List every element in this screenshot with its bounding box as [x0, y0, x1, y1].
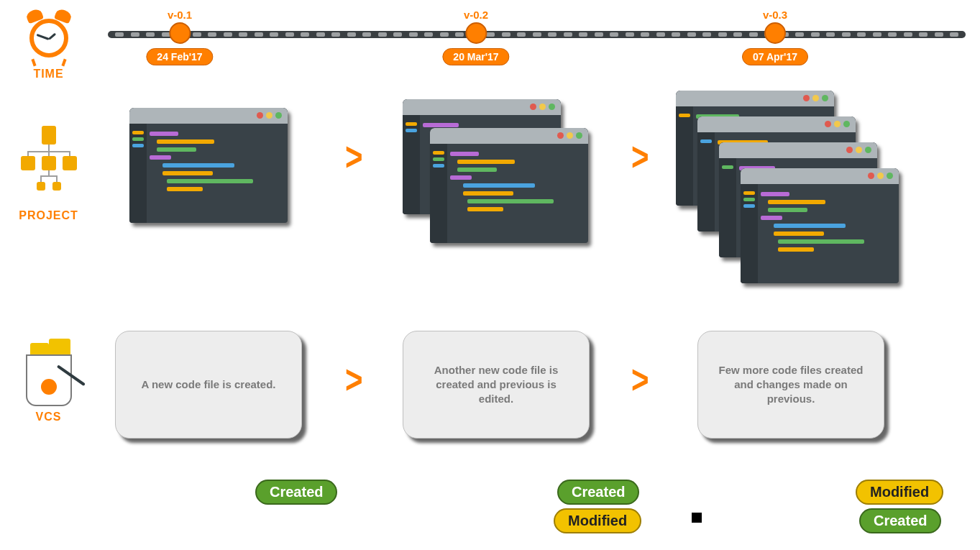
version-node-2: v-0.3 07 Apr'17 — [742, 9, 808, 65]
vcs-card-2: Few more code files created and changes … — [697, 331, 884, 439]
fries-bucket-icon — [20, 342, 78, 406]
timeline-dashes — [115, 32, 958, 37]
arrow-right-icon: > — [345, 135, 363, 180]
version-dot-icon — [465, 22, 487, 44]
version-date: 07 Apr'17 — [742, 48, 808, 65]
code-window — [741, 168, 899, 283]
status-badge-created: Created — [557, 480, 639, 505]
version-node-0: v-0.1 24 Feb'17 — [146, 9, 213, 65]
version-label: v-0.1 — [146, 9, 213, 21]
status-badge-modified: Modified — [554, 508, 641, 533]
code-stack-stage3 — [676, 91, 920, 306]
org-chart-icon — [17, 126, 81, 205]
alarm-clock-icon — [24, 13, 74, 63]
vcs-label: VCS — [0, 411, 97, 423]
version-dot-icon — [764, 22, 786, 44]
marker-square-icon — [692, 513, 702, 523]
code-body — [150, 128, 283, 219]
vcs-card-text: A new code file is created. — [141, 377, 275, 392]
status-badge-created: Created — [859, 508, 941, 533]
time-label: TIME — [0, 68, 97, 81]
timeline: v-0.1 24 Feb'17 v-0.2 20 Mar'17 v-0.3 07… — [108, 26, 966, 40]
version-date: 20 Mar'17 — [442, 48, 509, 65]
code-window — [430, 128, 588, 243]
version-date: 24 Feb'17 — [146, 48, 213, 65]
vcs-card-1: Another new code file is created and pre… — [403, 331, 590, 439]
vcs-card-text: Few more code files created and changes … — [714, 363, 868, 407]
code-window — [129, 108, 288, 223]
arrow-right-icon: > — [631, 358, 649, 403]
version-node-1: v-0.2 20 Mar'17 — [442, 9, 509, 65]
status-badge-modified: Modified — [856, 480, 943, 505]
vcs-card-0: A new code file is created. — [115, 331, 302, 439]
arrow-right-icon: > — [631, 135, 649, 180]
version-label: v-0.3 — [742, 9, 808, 21]
code-stack-stage1 — [129, 108, 295, 230]
window-titlebar — [129, 108, 288, 124]
vcs-card-text: Another new code file is created and pre… — [419, 363, 573, 407]
vcs-section-icon: VCS — [0, 342, 97, 423]
version-label: v-0.2 — [442, 9, 509, 21]
time-section-icon: TIME — [0, 13, 97, 81]
code-stack-stage2 — [403, 99, 597, 250]
project-section-icon: PROJECT — [0, 126, 97, 222]
line-gutter — [129, 124, 147, 223]
arrow-right-icon: > — [345, 358, 363, 403]
version-dot-icon — [169, 22, 191, 44]
status-badge-created: Created — [255, 480, 337, 505]
project-label: PROJECT — [0, 209, 97, 222]
